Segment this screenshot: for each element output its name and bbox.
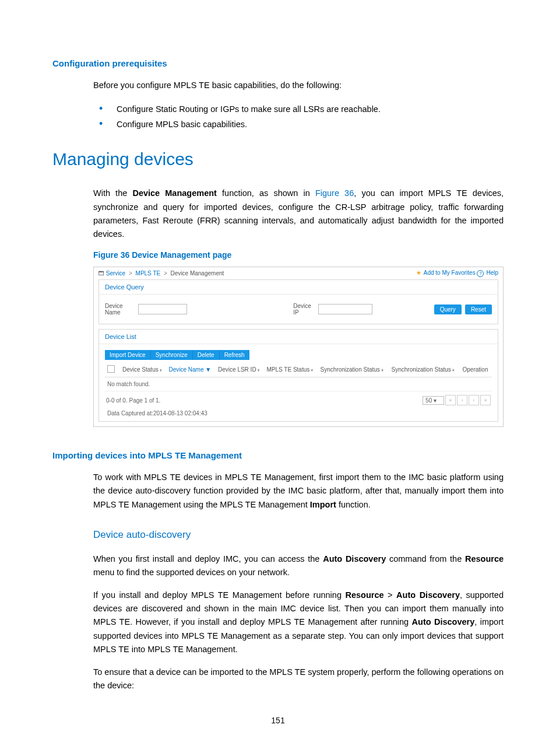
pager-next-button[interactable]: ‹ xyxy=(469,395,479,405)
pager-prev-button[interactable]: › xyxy=(457,395,467,405)
pager-last-button[interactable]: » xyxy=(480,395,491,405)
label-device-name: Device Name xyxy=(105,303,133,316)
bold-import: Import xyxy=(310,500,336,509)
text: command from the xyxy=(386,554,465,564)
help-icon: ? xyxy=(477,270,484,277)
device-query-title: Device Query xyxy=(99,280,498,295)
device-name-input[interactable] xyxy=(138,304,187,314)
delete-button[interactable]: Delete xyxy=(193,350,220,360)
text: function. xyxy=(336,500,371,509)
col-sync-status-1[interactable]: Synchronization Status♦ xyxy=(318,362,389,377)
star-icon: ★ xyxy=(416,270,421,276)
autodisc-p3: To ensure that a device can be imported … xyxy=(93,666,504,692)
col-mpls-te-status[interactable]: MPLS TE Status♦ xyxy=(265,362,318,377)
text: > xyxy=(384,590,397,600)
sort-icon: ♦ xyxy=(381,368,383,373)
label-device-ip: Device IP xyxy=(293,303,314,316)
sort-icon: ♦ xyxy=(311,368,313,373)
pager-summary: 0-0 of 0. Page 1 of 1. xyxy=(106,397,160,404)
page-number: 151 xyxy=(52,716,504,725)
heading-managing-devices: Managing devices xyxy=(52,149,504,169)
text: menu to find the supported devices on yo… xyxy=(93,568,290,577)
help-link[interactable]: Help xyxy=(486,270,498,276)
device-list-panel: Device List Import Device Synchronize De… xyxy=(98,329,498,422)
text: function, as shown in xyxy=(217,188,315,198)
breadcrumb: 🗔 Service > MPLS TE > Device Management xyxy=(98,270,224,276)
text: With the xyxy=(93,188,132,198)
breadcrumb-mplste[interactable]: MPLS TE xyxy=(136,270,161,276)
prereq-item: Configure Static Routing or IGPs to make… xyxy=(93,102,504,117)
device-table: Device Status♦ Device Name ▼ Device LSR … xyxy=(105,362,492,391)
no-match-text: No match found. xyxy=(105,377,492,391)
col-operation: Operation xyxy=(460,362,492,377)
reset-button[interactable]: Reset xyxy=(465,304,492,314)
col-sync-status-2[interactable]: Synchronization Status♦ xyxy=(389,362,460,377)
importing-para: To work with MPLS TE devices in MPLS TE … xyxy=(93,471,504,512)
refresh-button[interactable]: Refresh xyxy=(220,350,249,360)
sort-desc-icon: ▼ xyxy=(205,366,211,373)
page-size-select[interactable]: 50 ▾ xyxy=(423,396,444,405)
device-query-panel: Device Query Device Name Device IP Query… xyxy=(98,279,498,324)
bold-auto-discovery: Auto Discovery xyxy=(323,554,386,564)
breadcrumb-current: Device Management xyxy=(171,270,224,276)
heading-config-prereq: Configuration prerequisites xyxy=(52,58,504,68)
bold-resource: Resource xyxy=(345,590,383,600)
pager-first-button[interactable]: « xyxy=(445,395,456,405)
bold-resource: Resource xyxy=(465,554,504,564)
bold-auto-discovery: Auto Discovery xyxy=(396,590,460,600)
select-all-checkbox[interactable] xyxy=(107,365,115,373)
synchronize-button[interactable]: Synchronize xyxy=(151,350,193,360)
add-favorites-link[interactable]: Add to My Favorites xyxy=(424,270,476,276)
prereq-list: Configure Static Routing or IGPs to make… xyxy=(93,102,504,132)
heading-importing-devices: Importing devices into MPLS TE Managemen… xyxy=(52,450,504,460)
device-list-title: Device List xyxy=(99,330,498,344)
text: To work with MPLS TE devices in MPLS TE … xyxy=(93,473,504,509)
autodisc-p2: If you install and deploy MPLS TE Manage… xyxy=(93,589,504,656)
sort-icon: ♦ xyxy=(452,368,455,373)
top-right-links: ★Add to My Favorites ?Help xyxy=(416,270,498,277)
breadcrumb-icon: 🗔 xyxy=(98,270,106,276)
bold-device-management: Device Management xyxy=(132,188,217,198)
heading-auto-discovery: Device auto-discovery xyxy=(93,529,504,541)
managing-devices-para: With the Device Management function, as … xyxy=(93,187,504,241)
col-device-lsr-id[interactable]: Device LSR ID♦ xyxy=(216,362,265,377)
col-device-status[interactable]: Device Status♦ xyxy=(120,362,166,377)
device-ip-input[interactable] xyxy=(318,304,372,314)
figure-caption: Figure 36 Device Management page xyxy=(93,250,504,260)
prereq-intro: Before you configure MPLS TE basic capab… xyxy=(93,79,504,92)
sort-icon: ♦ xyxy=(258,368,260,373)
breadcrumb-sep: > xyxy=(164,270,167,276)
breadcrumb-sep: > xyxy=(129,270,132,276)
autodisc-p1: When you first install and deploy IMC, y… xyxy=(93,552,504,579)
bold-auto-discovery: Auto Discovery xyxy=(412,617,475,626)
col-device-name[interactable]: Device Name ▼ xyxy=(166,362,216,377)
figure-link[interactable]: Figure 36 xyxy=(315,188,354,198)
import-device-button[interactable]: Import Device xyxy=(105,350,151,360)
text: When you first install and deploy IMC, y… xyxy=(93,554,323,564)
query-button[interactable]: Query xyxy=(434,304,462,314)
sort-icon: ♦ xyxy=(160,368,162,373)
prereq-item: Configure MPLS basic capabilities. xyxy=(93,117,504,132)
figure-screenshot: 🗔 Service > MPLS TE > Device Management … xyxy=(93,267,504,427)
text: If you install and deploy MPLS TE Manage… xyxy=(93,590,345,600)
breadcrumb-service[interactable]: Service xyxy=(106,270,125,276)
data-captured-text: Data Captured at:2014-08-13 02:04:43 xyxy=(105,408,492,418)
